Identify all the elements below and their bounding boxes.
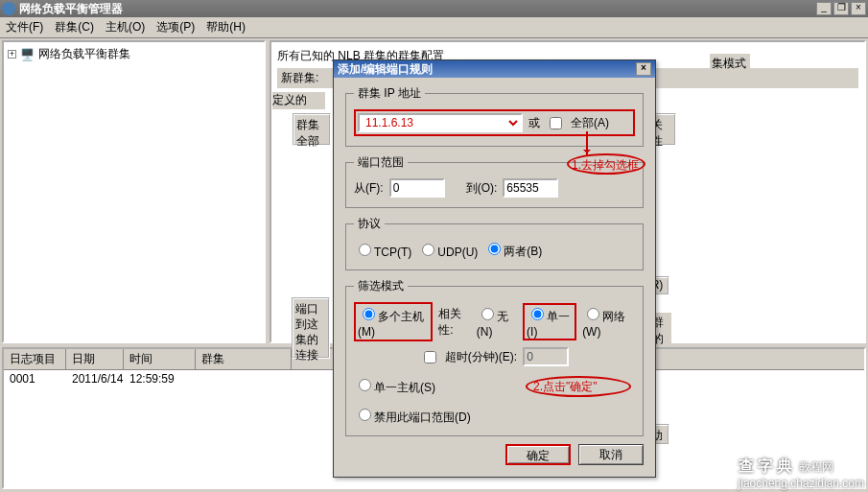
watermark-site: 查字典 [739, 457, 796, 474]
menu-cluster[interactable]: 群集(C) [55, 19, 94, 35]
bg-cluster-box: 群集 全部 [293, 113, 331, 146]
timeout-checkbox[interactable] [424, 351, 436, 363]
aff-single-radio[interactable] [531, 308, 544, 320]
log-date: 2011/6/14 [66, 370, 124, 387]
minimize-button[interactable]: _ [816, 2, 832, 15]
new-cluster-label: 新群集: [281, 70, 318, 86]
app-icon [2, 2, 15, 15]
window-titlebar: 网络负载平衡管理器 _ ❐ × [0, 0, 868, 17]
log-col-time[interactable]: 时间 [124, 349, 196, 369]
port-range-legend: 端口范围 [354, 154, 408, 171]
dialog-close-button[interactable]: × [636, 62, 651, 76]
window-title: 网络负载平衡管理器 [19, 1, 816, 17]
log-col-cluster[interactable]: 群集 [196, 349, 292, 369]
bg-cluster-label: 群集 [296, 117, 327, 133]
dialog-titlebar: 添加/编辑端口规则 × [334, 60, 655, 78]
tree-root-row[interactable]: + 🖥️ 网络负载平衡群集 [8, 46, 260, 62]
tcp-radio-label[interactable]: TCP(T) [354, 241, 411, 259]
filter-mode-group: 筛选模式 多个主机(M) 相关性: 无(N) 单一(I) 网络(W) 超时(分钟… [345, 278, 644, 436]
or-label: 或 [528, 115, 540, 131]
protocol-legend: 协议 [354, 216, 385, 232]
tcp-radio[interactable] [359, 244, 371, 256]
tree-root-label: 网络负载平衡群集 [38, 46, 130, 62]
single-host-radio[interactable] [359, 379, 371, 391]
menu-options[interactable]: 选项(P) [156, 19, 195, 35]
dialog-title: 添加/编辑端口规则 [338, 61, 636, 78]
bg-label-define: 定义的 [272, 92, 325, 109]
both-radio-label[interactable]: 两者(B) [483, 240, 542, 260]
close-button[interactable]: × [851, 2, 866, 15]
cancel-button[interactable]: 取消 [578, 444, 644, 465]
aff-none-radio[interactable] [481, 308, 494, 320]
bg-sel2: 集的 [295, 332, 326, 347]
from-label: 从(F): [354, 180, 384, 197]
timeout-label: 超时(分钟)(E): [445, 349, 517, 365]
bg-sel1: 到这 [295, 316, 326, 332]
aff-net-label[interactable]: 网络(W) [582, 305, 635, 339]
menu-file[interactable]: 文件(F) [6, 19, 43, 35]
menu-host[interactable]: 主机(O) [106, 19, 145, 35]
watermark: 查字典 教程网 jiaocheng.chazidian.com [739, 457, 864, 490]
both-radio[interactable] [488, 243, 501, 255]
filter-mode-legend: 筛选模式 [354, 278, 408, 294]
all-label: 全部(A) [571, 115, 609, 131]
multi-host-radio[interactable] [363, 308, 375, 320]
ok-button[interactable]: 确定 [505, 444, 571, 465]
restore-button[interactable]: ❐ [833, 2, 849, 15]
aff-net-radio[interactable] [587, 308, 599, 320]
disable-range-label[interactable]: 禁用此端口范围(D) [354, 406, 471, 426]
log-cluster [196, 370, 292, 387]
watermark-sub: 教程网 [799, 460, 833, 474]
menu-help[interactable]: 帮助(H) [206, 19, 246, 35]
disable-range-radio[interactable] [359, 409, 371, 421]
all-checkbox[interactable] [550, 117, 562, 129]
aff-none-label[interactable]: 无(N) [477, 305, 517, 339]
watermark-url: jiaocheng.chazidian.com [739, 477, 864, 490]
from-input[interactable] [389, 178, 445, 198]
udp-radio-label[interactable]: UDP(U) [417, 241, 478, 259]
bg-sel3: 连接 [295, 347, 326, 363]
bg-port-label: 端口 [295, 301, 326, 316]
udp-radio[interactable] [422, 244, 434, 256]
port-rule-dialog: 添加/编辑端口规则 × 群集 IP 地址 11.1.6.13 或 全部(A) 端… [333, 59, 656, 478]
cluster-ip-group: 群集 IP 地址 11.1.6.13 或 全部(A) [345, 85, 644, 147]
port-range-group: 端口范围 从(F): 到(O): [345, 154, 644, 208]
log-col-date[interactable]: 日期 [66, 349, 124, 369]
cluster-tree[interactable]: + 🖥️ 网络负载平衡群集 [2, 40, 266, 343]
bg-mode-col: 集模式 [710, 54, 750, 71]
tree-expand-icon[interactable]: + [8, 50, 16, 59]
single-host-label[interactable]: 单一主机(S) [354, 376, 435, 396]
cluster-icon: 🖥️ [20, 48, 35, 61]
bg-all-label: 全部 [296, 133, 327, 150]
timeout-input [523, 347, 569, 366]
cluster-ip-legend: 群集 IP 地址 [354, 85, 425, 102]
to-input[interactable] [503, 178, 558, 198]
menubar: 文件(F) 群集(C) 主机(O) 选项(P) 帮助(H) [0, 17, 868, 38]
bg-port-box: 端口 到这 集的 连接 [292, 297, 330, 359]
protocol-group: 协议 TCP(T) UDP(U) 两者(B) [345, 216, 644, 270]
cluster-ip-select[interactable]: 11.1.6.13 [358, 113, 523, 132]
log-time: 12:59:59 [124, 370, 196, 387]
affinity-label: 相关性: [438, 306, 471, 339]
log-item: 0001 [4, 370, 66, 387]
aff-single-label[interactable]: 单一(I) [523, 303, 576, 340]
log-col-item[interactable]: 日志项目 [4, 349, 66, 369]
multi-host-radio-label[interactable]: 多个主机(M) [354, 302, 433, 341]
to-label: 到(O): [466, 180, 498, 197]
